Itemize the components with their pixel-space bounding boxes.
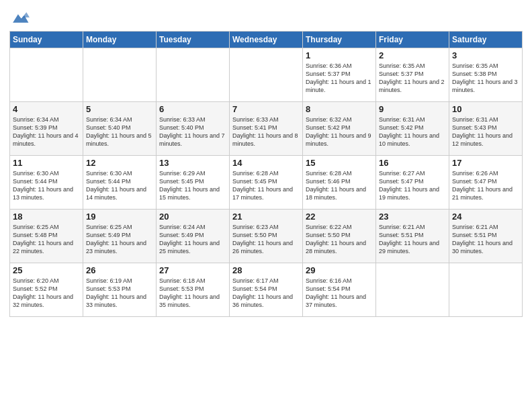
calendar-cell: 27Sunrise: 6:18 AM Sunset: 5:53 PM Dayli…: [157, 263, 230, 317]
day-number: 26: [86, 265, 153, 275]
calendar-table: SundayMondayTuesdayWednesdayThursdayFrid…: [9, 31, 523, 317]
day-info: Sunrise: 6:29 AM Sunset: 5:45 PM Dayligh…: [159, 169, 226, 202]
day-info: Sunrise: 6:33 AM Sunset: 5:41 PM Dayligh…: [232, 116, 300, 148]
calendar-cell: 29Sunrise: 6:16 AM Sunset: 5:54 PM Dayli…: [303, 263, 376, 317]
day-info: Sunrise: 6:33 AM Sunset: 5:40 PM Dayligh…: [159, 116, 226, 148]
calendar-cell: 3Sunrise: 6:35 AM Sunset: 5:38 PM Daylig…: [449, 48, 523, 102]
calendar-cell: 6Sunrise: 6:33 AM Sunset: 5:40 PM Daylig…: [157, 102, 230, 156]
calendar-cell: [10, 48, 83, 102]
day-number: 23: [379, 212, 446, 222]
calendar-cell: 22Sunrise: 6:22 AM Sunset: 5:50 PM Dayli…: [303, 210, 376, 263]
page-header: [9, 7, 523, 27]
day-info: Sunrise: 6:16 AM Sunset: 5:54 PM Dayligh…: [306, 277, 373, 310]
calendar-cell: 13Sunrise: 6:29 AM Sunset: 5:45 PM Dayli…: [157, 156, 230, 210]
calendar-cell: 23Sunrise: 6:21 AM Sunset: 5:51 PM Dayli…: [376, 210, 449, 263]
day-info: Sunrise: 6:34 AM Sunset: 5:39 PM Dayligh…: [13, 116, 80, 148]
day-number: 7: [232, 104, 300, 114]
day-info: Sunrise: 6:21 AM Sunset: 5:51 PM Dayligh…: [379, 223, 446, 256]
day-number: 27: [159, 265, 226, 275]
calendar-cell: 18Sunrise: 6:25 AM Sunset: 5:48 PM Dayli…: [10, 210, 83, 263]
day-info: Sunrise: 6:25 AM Sunset: 5:48 PM Dayligh…: [13, 223, 80, 256]
day-number: 15: [306, 158, 373, 168]
day-number: 16: [379, 158, 446, 168]
calendar-cell: 15Sunrise: 6:28 AM Sunset: 5:46 PM Dayli…: [303, 156, 376, 210]
logo-text: [9, 9, 30, 30]
day-info: Sunrise: 6:31 AM Sunset: 5:43 PM Dayligh…: [452, 116, 519, 148]
day-number: 19: [86, 212, 153, 222]
weekday-header: Friday: [376, 32, 449, 48]
day-info: Sunrise: 6:17 AM Sunset: 5:54 PM Dayligh…: [232, 277, 300, 310]
calendar-cell: 10Sunrise: 6:31 AM Sunset: 5:43 PM Dayli…: [449, 102, 523, 156]
day-number: 1: [306, 50, 373, 60]
calendar-cell: 21Sunrise: 6:23 AM Sunset: 5:50 PM Dayli…: [230, 210, 303, 263]
day-info: Sunrise: 6:35 AM Sunset: 5:37 PM Dayligh…: [379, 62, 446, 95]
day-number: 3: [452, 50, 519, 60]
day-number: 24: [452, 212, 519, 222]
calendar-cell: 12Sunrise: 6:30 AM Sunset: 5:44 PM Dayli…: [83, 156, 157, 210]
day-number: 29: [306, 265, 373, 275]
calendar-cell: 11Sunrise: 6:30 AM Sunset: 5:44 PM Dayli…: [10, 156, 83, 210]
day-info: Sunrise: 6:23 AM Sunset: 5:50 PM Dayligh…: [232, 223, 300, 256]
day-number: 18: [13, 212, 80, 222]
calendar-cell: 28Sunrise: 6:17 AM Sunset: 5:54 PM Dayli…: [230, 263, 303, 317]
logo: [9, 9, 30, 27]
calendar-cell: 14Sunrise: 6:28 AM Sunset: 5:45 PM Dayli…: [230, 156, 303, 210]
day-info: Sunrise: 6:21 AM Sunset: 5:51 PM Dayligh…: [452, 223, 519, 256]
calendar-cell: 7Sunrise: 6:33 AM Sunset: 5:41 PM Daylig…: [230, 102, 303, 156]
page-container: SundayMondayTuesdayWednesdayThursdayFrid…: [0, 0, 532, 324]
day-number: 17: [452, 158, 519, 168]
calendar-cell: 5Sunrise: 6:34 AM Sunset: 5:40 PM Daylig…: [83, 102, 157, 156]
day-number: 22: [306, 212, 373, 222]
calendar-cell: 16Sunrise: 6:27 AM Sunset: 5:47 PM Dayli…: [376, 156, 449, 210]
calendar-cell: 26Sunrise: 6:19 AM Sunset: 5:53 PM Dayli…: [83, 263, 157, 317]
calendar-cell: 24Sunrise: 6:21 AM Sunset: 5:51 PM Dayli…: [449, 210, 523, 263]
day-number: 5: [86, 104, 153, 114]
day-info: Sunrise: 6:22 AM Sunset: 5:50 PM Dayligh…: [306, 223, 373, 256]
day-info: Sunrise: 6:30 AM Sunset: 5:44 PM Dayligh…: [13, 169, 80, 202]
weekday-header: Sunday: [10, 32, 83, 48]
calendar-cell: 17Sunrise: 6:26 AM Sunset: 5:47 PM Dayli…: [449, 156, 523, 210]
day-number: 11: [13, 158, 80, 168]
day-number: 9: [379, 104, 446, 114]
calendar-cell: [83, 48, 157, 102]
day-info: Sunrise: 6:34 AM Sunset: 5:40 PM Dayligh…: [86, 116, 153, 148]
calendar-cell: [376, 263, 449, 317]
day-info: Sunrise: 6:32 AM Sunset: 5:42 PM Dayligh…: [306, 116, 373, 148]
calendar-cell: [230, 48, 303, 102]
day-number: 21: [232, 212, 300, 222]
calendar-body: 1Sunrise: 6:36 AM Sunset: 5:37 PM Daylig…: [10, 48, 523, 317]
day-info: Sunrise: 6:24 AM Sunset: 5:49 PM Dayligh…: [159, 223, 226, 256]
day-number: 12: [86, 158, 153, 168]
day-number: 4: [13, 104, 80, 114]
day-info: Sunrise: 6:30 AM Sunset: 5:44 PM Dayligh…: [86, 169, 153, 202]
calendar-cell: [157, 48, 230, 102]
day-number: 14: [232, 158, 300, 168]
weekday-header: Saturday: [449, 32, 523, 48]
day-number: 13: [159, 158, 226, 168]
calendar-cell: 8Sunrise: 6:32 AM Sunset: 5:42 PM Daylig…: [303, 102, 376, 156]
day-info: Sunrise: 6:20 AM Sunset: 5:52 PM Dayligh…: [13, 277, 80, 310]
day-number: 20: [159, 212, 226, 222]
day-info: Sunrise: 6:27 AM Sunset: 5:47 PM Dayligh…: [379, 169, 446, 202]
svg-marker-1: [22, 12, 30, 17]
calendar-cell: 4Sunrise: 6:34 AM Sunset: 5:39 PM Daylig…: [10, 102, 83, 156]
calendar-cell: 20Sunrise: 6:24 AM Sunset: 5:49 PM Dayli…: [157, 210, 230, 263]
calendar-header: SundayMondayTuesdayWednesdayThursdayFrid…: [10, 32, 523, 48]
day-number: 25: [13, 265, 80, 275]
weekday-header: Thursday: [303, 32, 376, 48]
day-info: Sunrise: 6:26 AM Sunset: 5:47 PM Dayligh…: [452, 169, 519, 202]
calendar-cell: 25Sunrise: 6:20 AM Sunset: 5:52 PM Dayli…: [10, 263, 83, 317]
calendar-cell: 19Sunrise: 6:25 AM Sunset: 5:49 PM Dayli…: [83, 210, 157, 263]
day-info: Sunrise: 6:25 AM Sunset: 5:49 PM Dayligh…: [86, 223, 153, 256]
day-info: Sunrise: 6:31 AM Sunset: 5:42 PM Dayligh…: [379, 116, 446, 148]
calendar-cell: 9Sunrise: 6:31 AM Sunset: 5:42 PM Daylig…: [376, 102, 449, 156]
day-info: Sunrise: 6:28 AM Sunset: 5:45 PM Dayligh…: [232, 169, 300, 202]
day-info: Sunrise: 6:19 AM Sunset: 5:53 PM Dayligh…: [86, 277, 153, 310]
day-info: Sunrise: 6:18 AM Sunset: 5:53 PM Dayligh…: [159, 277, 226, 310]
weekday-header: Wednesday: [230, 32, 303, 48]
day-number: 6: [159, 104, 226, 114]
day-info: Sunrise: 6:36 AM Sunset: 5:37 PM Dayligh…: [306, 62, 373, 95]
day-number: 28: [232, 265, 300, 275]
day-number: 10: [452, 104, 519, 114]
calendar-cell: [449, 263, 523, 317]
